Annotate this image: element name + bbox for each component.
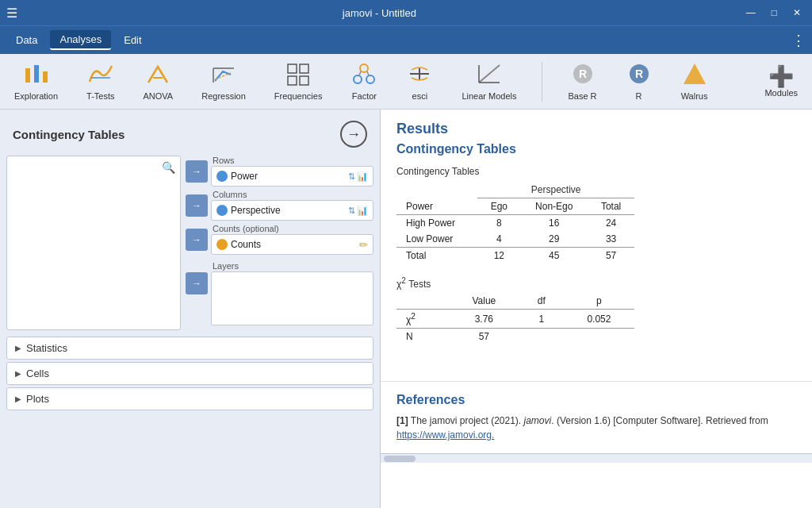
layers-field-row: → Layers bbox=[186, 261, 373, 325]
title-bar-left: ☰ bbox=[6, 6, 17, 21]
rows-field-row: → Rows Power ⇅ 📊 bbox=[186, 156, 373, 187]
rows-sort-icon: ⇅ bbox=[348, 171, 355, 182]
rows-arrow-button[interactable]: → bbox=[186, 160, 208, 183]
rows-var-name: Power bbox=[231, 171, 345, 182]
hamburger-icon[interactable]: ☰ bbox=[6, 6, 17, 21]
reference-item-1: [1] The jamovi project (2021). jamovi. (… bbox=[396, 414, 796, 442]
svg-rect-9 bbox=[300, 64, 308, 73]
variable-list-box[interactable]: 🔍 bbox=[6, 156, 181, 330]
toolbar-exploration[interactable]: Exploration bbox=[8, 59, 64, 104]
menu-bar: Data Analyses Edit ⋮ bbox=[0, 25, 812, 54]
columns-var-name: Perspective bbox=[231, 205, 345, 216]
cells-label: Cells bbox=[26, 368, 49, 379]
chi-chi2-label: χ2 bbox=[396, 310, 449, 329]
menu-data[interactable]: Data bbox=[6, 31, 47, 49]
toolbar-anova[interactable]: ANOVA bbox=[137, 59, 180, 104]
results-header: Results bbox=[381, 110, 812, 142]
anova-label: ANOVA bbox=[144, 91, 174, 101]
minimize-button[interactable]: — bbox=[741, 6, 760, 20]
counts-var-name: Counts bbox=[231, 239, 356, 250]
columns-var-dot bbox=[216, 205, 228, 216]
toolbar-esci[interactable]: esci bbox=[400, 59, 439, 104]
bottom-scrollbar[interactable] bbox=[381, 453, 812, 463]
title-bar: ☰ jamovi - Untitled — □ ✕ bbox=[0, 0, 812, 25]
ct-perspective-header: Perspective bbox=[477, 182, 634, 198]
close-button[interactable]: ✕ bbox=[788, 6, 806, 20]
svg-point-13 bbox=[354, 75, 362, 83]
toolbar-r[interactable]: R R bbox=[619, 59, 659, 104]
menu-edit[interactable]: Edit bbox=[114, 31, 151, 49]
toolbar-modules[interactable]: ➕ Modules bbox=[758, 63, 804, 101]
ref-link[interactable]: https://www.jamovi.org. bbox=[396, 429, 494, 441]
svg-rect-8 bbox=[288, 64, 297, 73]
counts-arrow-button[interactable]: → bbox=[186, 229, 208, 251]
frequencies-icon bbox=[285, 62, 311, 90]
cells-arrow-icon: ▶ bbox=[15, 369, 21, 378]
chi-n-value: 57 bbox=[449, 329, 519, 345]
accordion-sections: ▶ Statistics ▶ Cells ▶ Plots bbox=[0, 337, 380, 410]
r-label: R bbox=[636, 91, 642, 101]
ct-row-total: Total 12 45 57 bbox=[396, 248, 634, 264]
run-button[interactable]: → bbox=[340, 121, 367, 148]
toolbar-regression[interactable]: Regression bbox=[195, 59, 252, 104]
ct-highpower-label: High Power bbox=[396, 215, 477, 232]
ttests-icon bbox=[88, 62, 113, 90]
svg-rect-11 bbox=[300, 76, 308, 85]
menu-more-icon[interactable]: ⋮ bbox=[791, 32, 806, 49]
factor-icon bbox=[351, 62, 377, 90]
toolbar-frequencies[interactable]: Frequencies bbox=[268, 59, 329, 104]
toolbar-separator bbox=[542, 62, 542, 102]
modules-label: Modules bbox=[764, 88, 798, 98]
svg-marker-25 bbox=[684, 64, 706, 84]
variables-area: 🔍 → Rows Power ⇅ 📊 bbox=[0, 156, 380, 330]
toolbar-walrus[interactable]: Walrus bbox=[675, 59, 714, 104]
svg-point-12 bbox=[360, 64, 368, 72]
ref-italic-text: jamovi bbox=[524, 415, 552, 426]
toolbar-linearmodels[interactable]: Linear Models bbox=[455, 59, 523, 104]
plots-label: Plots bbox=[26, 393, 49, 405]
menu-analyses[interactable]: Analyses bbox=[50, 30, 111, 50]
ct-lowpower-label: Low Power bbox=[396, 231, 477, 248]
layers-arrow-button[interactable]: → bbox=[186, 272, 208, 294]
toolbar-ttests[interactable]: T-Tests bbox=[80, 59, 121, 104]
rows-box[interactable]: Power ⇅ 📊 bbox=[211, 166, 373, 187]
rows-group: Rows Power ⇅ 📊 bbox=[211, 156, 373, 187]
layers-box[interactable] bbox=[211, 271, 373, 325]
rows-var-dot bbox=[216, 171, 228, 182]
maximize-button[interactable]: □ bbox=[767, 6, 782, 20]
svg-rect-2 bbox=[43, 71, 48, 83]
statistics-arrow-icon: ▶ bbox=[15, 344, 21, 352]
chi-chi2-df: 1 bbox=[519, 310, 564, 329]
chi-header-p: p bbox=[564, 293, 634, 310]
linearmodels-icon bbox=[477, 62, 502, 90]
columns-arrow-button[interactable]: → bbox=[186, 194, 208, 217]
toolbar-factor[interactable]: Factor bbox=[344, 59, 384, 104]
svg-point-14 bbox=[366, 75, 374, 83]
toolbar-baser[interactable]: R Base R bbox=[561, 59, 603, 104]
references-title: References bbox=[396, 393, 796, 407]
ct-nonego-header: Non-Ego bbox=[520, 198, 588, 215]
contingency-table: Perspective Power Ego Non-Ego Total High… bbox=[396, 182, 634, 264]
walrus-label: Walrus bbox=[681, 91, 708, 101]
columns-field-row: → Columns Perspective ⇅ 📊 bbox=[186, 190, 373, 221]
r-icon: R bbox=[626, 62, 652, 90]
chi-chi2-p: 0.052 bbox=[564, 310, 634, 329]
counts-box[interactable]: Counts ✏ bbox=[211, 234, 373, 255]
accordion-statistics[interactable]: ▶ Statistics bbox=[6, 337, 373, 360]
ct-total-header: Total bbox=[588, 198, 634, 215]
toolbar: Exploration T-Tests ANOVA Regression Fre… bbox=[0, 54, 812, 110]
search-icon[interactable]: 🔍 bbox=[162, 161, 175, 174]
frequencies-label: Frequencies bbox=[274, 91, 323, 101]
panel-title-text: Contingency Tables bbox=[13, 128, 124, 141]
chi-n-df bbox=[519, 329, 564, 345]
svg-text:R: R bbox=[635, 67, 643, 80]
regression-icon bbox=[211, 62, 236, 90]
accordion-cells[interactable]: ▶ Cells bbox=[6, 362, 373, 385]
counts-label: Counts (optional) bbox=[211, 224, 373, 233]
window-controls: — □ ✕ bbox=[741, 6, 806, 20]
results-content: Contingency Tables Contingency Tables Pe… bbox=[381, 142, 812, 373]
rows-label: Rows bbox=[211, 156, 373, 165]
columns-box[interactable]: Perspective ⇅ 📊 bbox=[211, 200, 373, 221]
esci-label: esci bbox=[412, 91, 428, 101]
accordion-plots[interactable]: ▶ Plots bbox=[6, 387, 373, 410]
